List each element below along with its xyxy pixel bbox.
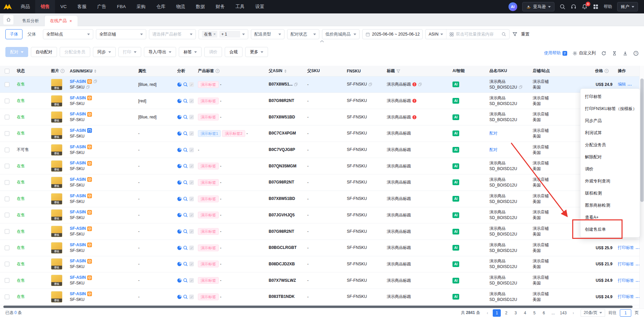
search-analysis-icon[interactable] <box>183 213 188 217</box>
shop-select[interactable]: 全部店铺 <box>96 29 146 39</box>
pie-analysis-icon[interactable] <box>177 295 182 299</box>
pie-analysis-icon[interactable] <box>177 164 182 168</box>
pie-analysis-icon[interactable] <box>177 246 182 250</box>
search-analysis-icon[interactable] <box>183 278 188 283</box>
sort-icon[interactable] <box>94 69 96 73</box>
context-menu-item[interactable]: 创建售后单 <box>581 223 640 235</box>
asin-link[interactable]: SF-ASIN <box>70 79 86 85</box>
asin-link[interactable]: SF-ASIN <box>70 242 86 248</box>
toolbar-button[interactable]: 配对 <box>5 47 28 57</box>
question-icon[interactable]: ? <box>604 69 609 73</box>
product-tag[interactable]: 演示标签 <box>198 212 219 218</box>
row-checkbox[interactable] <box>5 148 9 152</box>
warning-icon[interactable] <box>412 115 417 119</box>
more-actions-icon[interactable]: ... <box>636 278 639 283</box>
more-actions-icon[interactable]: ... <box>628 82 632 87</box>
context-menu-item[interactable]: 同步产品 <box>581 115 640 127</box>
question-icon[interactable]: ? <box>215 69 220 73</box>
search-analysis-icon[interactable] <box>183 262 188 266</box>
asin-link[interactable]: SF-ASIN <box>70 160 86 166</box>
row-checkbox[interactable] <box>5 131 9 136</box>
context-menu-item[interactable]: 打印标签 <box>581 91 640 103</box>
product-image[interactable]: 赛狐 <box>51 177 62 188</box>
product-tag[interactable]: 演示标签 <box>198 228 219 235</box>
product-image[interactable]: 赛狐 <box>51 144 62 156</box>
filter-funnel-icon[interactable] <box>512 32 518 37</box>
ai-smart-icon[interactable]: AI <box>452 179 459 185</box>
ai-smart-icon[interactable]: AI <box>452 261 459 267</box>
pie-analysis-icon[interactable] <box>177 180 182 185</box>
page-size-select[interactable]: 20条/页 <box>581 309 605 317</box>
asin-link[interactable]: SF-ASIN <box>70 144 86 150</box>
collapse-filters-button[interactable] <box>316 39 328 43</box>
next-page-button[interactable]: › <box>569 309 577 317</box>
product-tag[interactable]: 演示标签 <box>198 196 219 202</box>
asin-link[interactable]: SF-ASIN <box>70 111 86 117</box>
search-analysis-icon[interactable] <box>183 131 188 136</box>
more-actions-icon[interactable]: ... <box>636 262 639 266</box>
row-checkbox[interactable] <box>5 262 9 266</box>
context-menu-item[interactable]: 利润试算 <box>581 127 640 139</box>
account-menu[interactable]: 账户 <box>617 2 638 11</box>
page-number[interactable]: 3 <box>512 309 520 317</box>
asin-link[interactable]: SF-ASIN <box>70 291 86 297</box>
ai-smart-icon[interactable]: AI <box>452 98 459 104</box>
toolbar-button[interactable]: 导入/导出 <box>144 47 176 57</box>
sale-status-select[interactable]: 在售× + 1 <box>199 29 248 39</box>
usage-help-link[interactable]: 使用帮助 <box>544 50 567 56</box>
row-action-link[interactable]: 编辑 <box>618 82 626 87</box>
ai-smart-icon[interactable]: AI <box>452 82 459 87</box>
toolbar-button[interactable]: 同步 <box>93 47 116 57</box>
search-icon[interactable] <box>559 4 566 10</box>
app-logo-icon[interactable] <box>0 3 15 10</box>
nav-item[interactable]: 设置 <box>250 0 270 13</box>
page-number[interactable]: 5 <box>530 309 538 317</box>
search-analysis-icon[interactable] <box>183 180 188 185</box>
filter-icon[interactable] <box>396 69 400 73</box>
search-analysis-icon[interactable] <box>183 99 188 103</box>
nav-item[interactable]: 仓库 <box>151 0 171 13</box>
headset-icon[interactable] <box>571 4 577 10</box>
vertical-scrollbar-thumb[interactable] <box>640 78 644 202</box>
product-image[interactable]: 赛狐 <box>51 258 62 270</box>
page-tab[interactable]: 在线产品× <box>45 16 77 26</box>
child-variant-button[interactable]: 子体 <box>5 29 22 39</box>
context-menu-item[interactable]: 解除配对 <box>581 151 640 163</box>
copy-icon[interactable] <box>418 83 422 87</box>
copy-icon[interactable] <box>93 80 97 84</box>
date-range-picker[interactable]: 2025-06-06 ~ 2025-06-12 <box>362 29 423 39</box>
context-menu-item[interactable]: 查看A+ <box>581 211 640 223</box>
apps-grid-icon[interactable] <box>593 4 599 10</box>
product-tag[interactable]: 演示标签1 <box>198 130 221 137</box>
asin-link[interactable]: SF-ASIN <box>70 226 86 231</box>
asin-link[interactable]: SF-ASIN <box>70 193 86 199</box>
pie-analysis-icon[interactable] <box>177 148 182 152</box>
help-link[interactable]: 帮助 <box>604 4 612 10</box>
bell-icon[interactable]: 8 <box>582 4 588 10</box>
product-image[interactable]: 赛狐 <box>51 242 62 254</box>
product-image[interactable]: 赛狐 <box>51 95 62 107</box>
goto-page-input[interactable] <box>620 309 631 317</box>
pie-analysis-icon[interactable] <box>177 197 182 201</box>
product-image[interactable]: 赛狐 <box>51 193 62 205</box>
asin-link[interactable]: SF-ASIN <box>70 128 86 134</box>
warning-icon[interactable] <box>412 99 417 103</box>
search-analysis-icon[interactable] <box>183 164 188 168</box>
ai-smart-icon[interactable]: AI <box>452 294 459 300</box>
ai-smart-icon[interactable]: AI <box>452 130 459 136</box>
ai-smart-icon[interactable]: AI <box>452 212 459 218</box>
nav-item[interactable]: 数据 <box>191 0 210 13</box>
row-checkbox[interactable] <box>5 82 9 87</box>
product-tag[interactable]: 演示标签 <box>198 163 219 169</box>
download-icon[interactable] <box>623 51 628 56</box>
row-checkbox[interactable] <box>5 213 9 217</box>
toolbar-button[interactable]: 调价 <box>204 47 222 57</box>
page-number[interactable]: 2 <box>502 309 510 317</box>
ai-smart-icon[interactable]: AI <box>452 278 459 283</box>
column-filter-icon[interactable] <box>612 51 617 56</box>
product-image[interactable]: 赛狐 <box>51 79 62 90</box>
row-checkbox[interactable] <box>5 295 9 299</box>
copy-icon[interactable] <box>294 83 298 87</box>
low-price-mall-select[interactable]: 低价商城商品 <box>322 29 360 39</box>
pair-link[interactable]: 配对 <box>489 147 497 152</box>
